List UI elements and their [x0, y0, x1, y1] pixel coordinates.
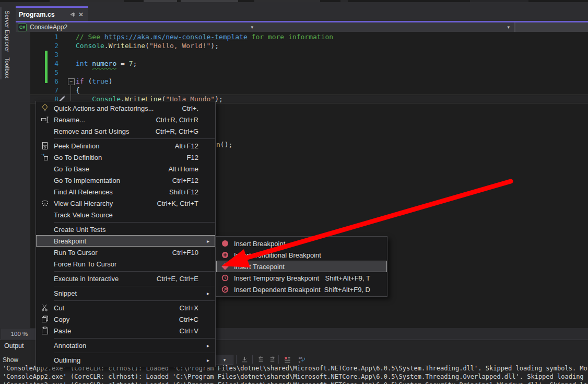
- menu-item-shortcut: Ctrl+R, Ctrl+G: [156, 127, 207, 135]
- menu-item-label: Force Run To Cursor: [54, 260, 198, 268]
- menu-item-copy[interactable]: CopyCtrl+C: [36, 313, 215, 325]
- menu-item-breakpoint[interactable]: Breakpoint▸: [36, 235, 215, 247]
- show-output-from-dropdown[interactable]: ▾: [216, 355, 233, 365]
- menu-item-shortcut: F12: [187, 154, 207, 161]
- menu-item-outlining[interactable]: Outlining▸: [36, 354, 215, 366]
- close-icon[interactable]: ✕: [77, 10, 85, 19]
- menu-item-label: Insert Breakpoint: [234, 240, 370, 248]
- menu-item-execute-in-interactive[interactable]: Execute in InteractiveCtrl+E, Ctrl+E: [36, 273, 215, 284]
- menu-item-insert-conditional-breakpoint[interactable]: Insert Conditional Breakpoint: [216, 249, 387, 261]
- menu-item-insert-dependent-breakpoint[interactable]: Insert Dependent BreakpointShift+Alt+F9,…: [216, 284, 387, 295]
- code-line-2[interactable]: 2Console.WriteLine("Hello, World!");: [30, 41, 588, 50]
- code-line-4[interactable]: 4int numero = 7;: [30, 59, 588, 68]
- menu-item-insert-breakpoint[interactable]: Insert Breakpoint: [216, 238, 387, 249]
- menu-separator: [54, 300, 215, 301]
- code-text: [58, 50, 76, 59]
- chevron-down-icon[interactable]: ▾: [507, 25, 514, 30]
- go-to-message-icon[interactable]: [239, 355, 250, 364]
- line-number: 2: [30, 41, 58, 50]
- menu-item-go-to-implementation[interactable]: Go To ImplementationCtrl+F12: [36, 174, 215, 186]
- copy-icon: [36, 315, 54, 323]
- menu-item-label: Remove and Sort Usings: [54, 127, 156, 135]
- menu-item-go-to-base[interactable]: Go To BaseAlt+Home: [36, 163, 215, 174]
- menu-item-shortcut: Ctrl+R, Ctrl+R: [156, 116, 207, 124]
- menu-item-label: Insert Temporary Breakpoint: [234, 274, 325, 282]
- word-wrap-icon[interactable]: abc: [296, 355, 309, 364]
- menu-item-insert-tracepoint[interactable]: Insert Tracepoint: [216, 261, 387, 272]
- menu-item-annotation[interactable]: Annotation▸: [36, 340, 215, 351]
- menu-item-paste[interactable]: PasteCtrl+V: [36, 325, 215, 336]
- editor-context-menu: Quick Actions and Refactorings...Ctrl+.R…: [36, 101, 216, 367]
- sidebar-item-server-explorer[interactable]: Server Explorer: [0, 7, 15, 55]
- chevron-down-icon[interactable]: ▾: [251, 25, 257, 30]
- csharp-project-icon: C#: [18, 24, 27, 31]
- conditional-breakpoint-icon: [216, 251, 234, 259]
- submenu-arrow-icon: ▸: [207, 343, 215, 348]
- submenu-arrow-icon: ▸: [207, 290, 215, 296]
- tab-edge: [0, 7, 2, 55]
- zoom-level-dropdown[interactable]: 100 %: [1, 329, 38, 339]
- type-dropdown[interactable]: ▾: [258, 22, 514, 32]
- project-dropdown[interactable]: C# ConsoleApp2 ▾: [16, 22, 257, 32]
- menu-item-shortcut: Ctrl+.: [182, 104, 207, 112]
- menu-item-cut[interactable]: CutCtrl+X: [36, 302, 215, 313]
- menu-item-go-to-definition[interactable]: Go To DefinitionF12: [36, 152, 215, 163]
- code-line-7[interactable]: 7{: [30, 86, 588, 95]
- menu-item-snippet[interactable]: Snippet▸: [36, 287, 215, 299]
- menu-item-shortcut: Ctrl+F10: [172, 249, 207, 257]
- previous-message-icon[interactable]: [255, 355, 266, 364]
- fold-collapse-icon[interactable]: −: [68, 78, 75, 85]
- menu-item-label: Track Value Source: [54, 211, 198, 219]
- code-line-5[interactable]: 5: [30, 68, 588, 77]
- tab-title: Program.cs: [19, 11, 68, 18]
- clear-all-icon[interactable]: [282, 355, 292, 364]
- menu-item-label: Execute in Interactive: [54, 275, 157, 283]
- menu-item-shortcut: Ctrl+K, Ctrl+T: [157, 200, 207, 207]
- menu-item-label: Run To Cursor: [54, 249, 172, 257]
- menu-item-run-to-cursor[interactable]: Run To CursorCtrl+F10: [36, 247, 215, 258]
- menu-item-label: Find All References: [54, 188, 169, 196]
- next-message-icon[interactable]: [267, 355, 277, 364]
- menu-item-track-value-source[interactable]: Track Value Source: [36, 209, 215, 220]
- menu-item-label: Create Unit Tests: [54, 226, 198, 234]
- code-line-1[interactable]: 1// See https://aka.ms/new-console-templ…: [30, 32, 588, 41]
- code-lines: 1// See https://aka.ms/new-console-templ…: [30, 32, 588, 103]
- member-dropdown[interactable]: [515, 22, 588, 32]
- line-number: 5: [30, 68, 58, 77]
- code-text: int numero = 7;: [58, 59, 137, 68]
- menu-item-insert-temporary-breakpoint[interactable]: Insert Temporary BreakpointShift+Alt+F9,…: [216, 272, 387, 284]
- tracepoint-icon: [216, 262, 234, 271]
- menu-item-label: Outlining: [54, 356, 198, 364]
- toolbar-separator: [236, 355, 237, 364]
- rename-icon: [36, 115, 54, 124]
- sidebar-item-label: Toolbox: [4, 57, 10, 78]
- menu-separator: [54, 338, 215, 339]
- menu-item-peek-definition[interactable]: Peek DefinitionAlt+F12: [36, 140, 215, 152]
- code-line-3[interactable]: 3: [30, 50, 588, 59]
- peek-definition-icon: [36, 142, 54, 150]
- menu-item-label: Snippet: [54, 289, 198, 297]
- menu-item-create-unit-tests[interactable]: Create Unit Tests: [36, 224, 215, 235]
- menu-item-force-run-to-cursor[interactable]: Force Run To Cursor: [36, 258, 215, 270]
- sidebar-item-toolbox[interactable]: Toolbox: [0, 54, 15, 79]
- tab-edge: [0, 54, 2, 79]
- code-line-6[interactable]: 6if (true): [30, 77, 588, 86]
- menu-item-label: Insert Dependent Breakpoint: [234, 286, 324, 294]
- toolbar-separator: [252, 355, 253, 364]
- line-number: 4: [30, 59, 58, 68]
- menu-item-find-all-references[interactable]: Find All ReferencesShift+F12: [36, 186, 215, 197]
- menu-item-view-call-hierarchy[interactable]: View Call HierarchyCtrl+K, Ctrl+T: [36, 197, 215, 209]
- menu-item-label: Quick Actions and Refactorings...: [54, 104, 182, 112]
- menu-item-quick-actions-and-refactorings[interactable]: Quick Actions and Refactorings...Ctrl+.: [36, 102, 215, 114]
- pin-icon[interactable]: [68, 10, 77, 19]
- menu-item-label: Insert Tracepoint: [234, 263, 370, 271]
- svg-text:c: c: [299, 359, 300, 363]
- code-text: [58, 68, 76, 77]
- menu-item-remove-and-sort-usings[interactable]: Remove and Sort UsingsCtrl+R, Ctrl+G: [36, 125, 215, 137]
- chevron-down-icon: ▾: [224, 357, 226, 363]
- tab-program-cs[interactable]: Program.cs ✕: [16, 6, 88, 21]
- menu-item-rename[interactable]: Rename...Ctrl+R, Ctrl+R: [36, 114, 215, 125]
- menu-item-shortcut: Alt+Home: [169, 165, 207, 173]
- line-number: 6: [30, 77, 58, 86]
- output-panel-title: Output: [4, 342, 24, 350]
